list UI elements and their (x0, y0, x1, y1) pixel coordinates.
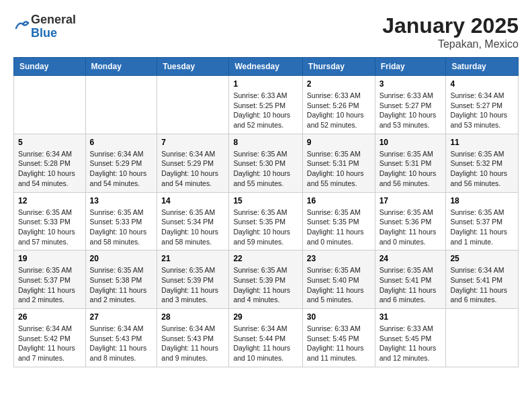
day-number: 7 (161, 138, 224, 147)
day-number: 26 (18, 312, 81, 322)
calendar-header: SundayMondayTuesdayWednesdayThursdayFrid… (14, 58, 519, 76)
calendar-cell: 18Sunrise: 6:35 AM Sunset: 5:37 PM Dayli… (446, 192, 519, 250)
calendar-cell (157, 76, 229, 134)
day-info: Sunrise: 6:33 AM Sunset: 5:45 PM Dayligh… (307, 324, 371, 363)
logo-icon (13, 19, 30, 35)
day-info: Sunrise: 6:33 AM Sunset: 5:27 PM Dayligh… (380, 91, 442, 130)
logo-text: General Blue (31, 13, 76, 40)
calendar-cell: 26Sunrise: 6:34 AM Sunset: 5:42 PM Dayli… (14, 309, 86, 367)
day-number: 5 (18, 138, 81, 147)
day-info: Sunrise: 6:35 AM Sunset: 5:33 PM Dayligh… (90, 208, 153, 247)
day-number: 1 (233, 79, 298, 89)
day-number: 9 (307, 138, 371, 147)
calendar-cell: 13Sunrise: 6:35 AM Sunset: 5:33 PM Dayli… (85, 192, 157, 250)
day-number: 4 (450, 79, 514, 89)
day-info: Sunrise: 6:35 AM Sunset: 5:32 PM Dayligh… (450, 149, 514, 189)
calendar-cell: 10Sunrise: 6:35 AM Sunset: 5:31 PM Dayli… (375, 134, 446, 192)
calendar-cell: 16Sunrise: 6:35 AM Sunset: 5:35 PM Dayli… (302, 192, 375, 250)
calendar-cell: 5Sunrise: 6:34 AM Sunset: 5:28 PM Daylig… (14, 134, 86, 192)
day-number: 3 (380, 79, 442, 89)
calendar-cell: 14Sunrise: 6:35 AM Sunset: 5:34 PM Dayli… (157, 192, 229, 250)
calendar-cell: 20Sunrise: 6:35 AM Sunset: 5:38 PM Dayli… (85, 250, 157, 309)
weekday-header-friday: Friday (375, 58, 446, 76)
day-info: Sunrise: 6:35 AM Sunset: 5:41 PM Dayligh… (380, 265, 442, 305)
calendar-cell: 21Sunrise: 6:35 AM Sunset: 5:39 PM Dayli… (157, 250, 229, 309)
day-info: Sunrise: 6:35 AM Sunset: 5:37 PM Dayligh… (18, 265, 81, 305)
weekday-header-thursday: Thursday (302, 58, 375, 76)
day-number: 22 (233, 254, 298, 263)
day-number: 24 (380, 254, 442, 263)
calendar-cell: 23Sunrise: 6:35 AM Sunset: 5:40 PM Dayli… (302, 250, 375, 309)
day-number: 15 (233, 196, 298, 205)
calendar-cell: 17Sunrise: 6:35 AM Sunset: 5:36 PM Dayli… (375, 192, 446, 250)
day-info: Sunrise: 6:35 AM Sunset: 5:37 PM Dayligh… (450, 208, 514, 247)
calendar-body: 1Sunrise: 6:33 AM Sunset: 5:25 PM Daylig… (14, 76, 519, 367)
week-row-2: 5Sunrise: 6:34 AM Sunset: 5:28 PM Daylig… (14, 134, 519, 192)
day-number: 11 (450, 138, 514, 147)
day-number: 14 (161, 196, 224, 205)
day-info: Sunrise: 6:35 AM Sunset: 5:39 PM Dayligh… (233, 265, 298, 305)
logo: General Blue (13, 13, 76, 40)
logo-general: General (31, 13, 76, 27)
weekday-header-saturday: Saturday (446, 58, 519, 76)
calendar-cell: 2Sunrise: 6:33 AM Sunset: 5:26 PM Daylig… (302, 76, 375, 134)
day-number: 27 (90, 312, 153, 322)
day-info: Sunrise: 6:35 AM Sunset: 5:35 PM Dayligh… (307, 208, 371, 247)
logo-blue: Blue (31, 27, 76, 40)
day-info: Sunrise: 6:34 AM Sunset: 5:29 PM Dayligh… (161, 149, 224, 189)
calendar-cell (85, 76, 157, 134)
day-info: Sunrise: 6:34 AM Sunset: 5:43 PM Dayligh… (90, 324, 153, 363)
week-row-4: 19Sunrise: 6:35 AM Sunset: 5:37 PM Dayli… (14, 250, 519, 309)
day-info: Sunrise: 6:34 AM Sunset: 5:44 PM Dayligh… (233, 324, 298, 363)
day-info: Sunrise: 6:35 AM Sunset: 5:38 PM Dayligh… (90, 265, 153, 305)
weekday-header-sunday: Sunday (14, 58, 86, 76)
day-info: Sunrise: 6:33 AM Sunset: 5:45 PM Dayligh… (380, 324, 442, 363)
day-number: 12 (18, 196, 81, 205)
day-number: 25 (450, 254, 514, 263)
calendar-cell: 12Sunrise: 6:35 AM Sunset: 5:33 PM Dayli… (14, 192, 86, 250)
calendar-cell: 8Sunrise: 6:35 AM Sunset: 5:30 PM Daylig… (229, 134, 302, 192)
location: Tepakan, Mexico (382, 38, 519, 50)
page-header: General Blue January 2025 Tepakan, Mexic… (13, 13, 519, 50)
day-info: Sunrise: 6:34 AM Sunset: 5:27 PM Dayligh… (450, 91, 514, 130)
calendar-cell: 27Sunrise: 6:34 AM Sunset: 5:43 PM Dayli… (85, 309, 157, 367)
week-row-1: 1Sunrise: 6:33 AM Sunset: 5:25 PM Daylig… (14, 76, 519, 134)
week-row-5: 26Sunrise: 6:34 AM Sunset: 5:42 PM Dayli… (14, 309, 519, 367)
day-number: 21 (161, 254, 224, 263)
day-number: 30 (307, 312, 371, 322)
calendar-cell: 30Sunrise: 6:33 AM Sunset: 5:45 PM Dayli… (302, 309, 375, 367)
day-info: Sunrise: 6:35 AM Sunset: 5:35 PM Dayligh… (233, 208, 298, 247)
day-number: 18 (450, 196, 514, 205)
weekday-header-monday: Monday (85, 58, 157, 76)
calendar-cell: 24Sunrise: 6:35 AM Sunset: 5:41 PM Dayli… (375, 250, 446, 309)
day-number: 28 (161, 312, 224, 322)
calendar-cell: 7Sunrise: 6:34 AM Sunset: 5:29 PM Daylig… (157, 134, 229, 192)
day-info: Sunrise: 6:34 AM Sunset: 5:43 PM Dayligh… (161, 324, 224, 363)
day-info: Sunrise: 6:35 AM Sunset: 5:31 PM Dayligh… (380, 149, 442, 189)
title-block: January 2025 Tepakan, Mexico (382, 13, 519, 50)
day-info: Sunrise: 6:35 AM Sunset: 5:40 PM Dayligh… (307, 265, 371, 305)
day-info: Sunrise: 6:34 AM Sunset: 5:29 PM Dayligh… (90, 149, 153, 189)
calendar-cell: 3Sunrise: 6:33 AM Sunset: 5:27 PM Daylig… (375, 76, 446, 134)
day-info: Sunrise: 6:35 AM Sunset: 5:31 PM Dayligh… (307, 149, 371, 189)
calendar-table: SundayMondayTuesdayWednesdayThursdayFrid… (13, 57, 519, 367)
calendar-cell: 19Sunrise: 6:35 AM Sunset: 5:37 PM Dayli… (14, 250, 86, 309)
calendar-cell: 9Sunrise: 6:35 AM Sunset: 5:31 PM Daylig… (302, 134, 375, 192)
weekday-header-tuesday: Tuesday (157, 58, 229, 76)
day-info: Sunrise: 6:35 AM Sunset: 5:30 PM Dayligh… (233, 149, 298, 189)
day-info: Sunrise: 6:34 AM Sunset: 5:28 PM Dayligh… (18, 149, 81, 189)
calendar-cell: 28Sunrise: 6:34 AM Sunset: 5:43 PM Dayli… (157, 309, 229, 367)
calendar-cell: 22Sunrise: 6:35 AM Sunset: 5:39 PM Dayli… (229, 250, 302, 309)
day-number: 13 (90, 196, 153, 205)
day-number: 23 (307, 254, 371, 263)
day-info: Sunrise: 6:34 AM Sunset: 5:42 PM Dayligh… (18, 324, 81, 363)
calendar-cell: 4Sunrise: 6:34 AM Sunset: 5:27 PM Daylig… (446, 76, 519, 134)
day-number: 16 (307, 196, 371, 205)
day-info: Sunrise: 6:35 AM Sunset: 5:33 PM Dayligh… (18, 208, 81, 247)
weekday-header-wednesday: Wednesday (229, 58, 302, 76)
calendar-cell: 25Sunrise: 6:34 AM Sunset: 5:41 PM Dayli… (446, 250, 519, 309)
week-row-3: 12Sunrise: 6:35 AM Sunset: 5:33 PM Dayli… (14, 192, 519, 250)
day-number: 20 (90, 254, 153, 263)
day-number: 29 (233, 312, 298, 322)
calendar-cell: 29Sunrise: 6:34 AM Sunset: 5:44 PM Dayli… (229, 309, 302, 367)
